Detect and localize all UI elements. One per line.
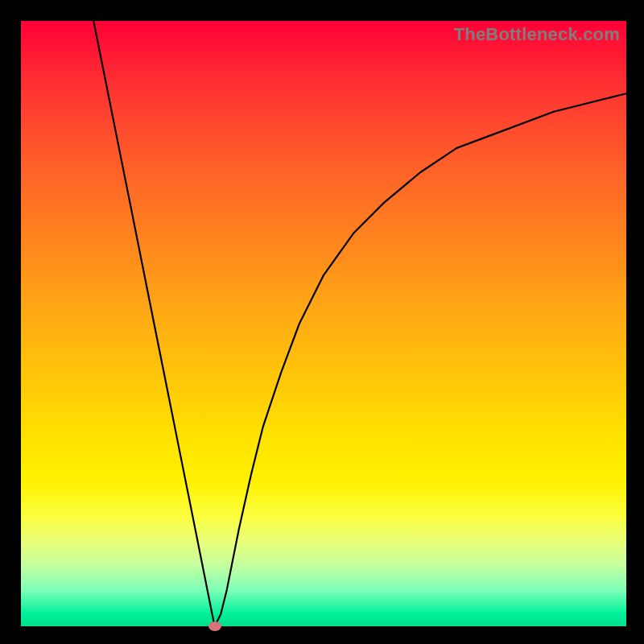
curve-svg [21, 21, 626, 626]
minimum-marker [208, 621, 221, 631]
plot-area: TheBottleneck.com [21, 21, 626, 626]
chart-frame: TheBottleneck.com [0, 0, 644, 644]
